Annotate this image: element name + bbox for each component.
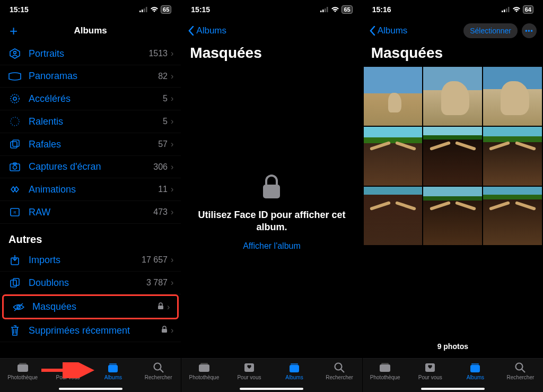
- photo-thumbnail[interactable]: [364, 187, 423, 246]
- back-label: Albums: [378, 25, 408, 36]
- tab-label: Rechercher: [507, 374, 535, 380]
- photo-thumbnail[interactable]: [423, 127, 482, 186]
- back-label: Albums: [196, 25, 226, 36]
- tab-library[interactable]: Photothèque: [181, 362, 226, 392]
- row-doublons[interactable]: Doublons 3 787 ›: [0, 272, 181, 294]
- status-time: 15:15: [191, 5, 210, 14]
- svg-rect-37: [263, 185, 280, 198]
- library-icon: [379, 362, 391, 373]
- svg-point-6: [11, 94, 19, 103]
- row-label: Rafales: [29, 139, 158, 150]
- tab-label: Photothèque: [7, 374, 38, 380]
- row-label: Ralentis: [29, 116, 163, 127]
- chevron-right-icon: ›: [171, 185, 173, 194]
- animation-icon: [7, 184, 22, 195]
- screenshot-icon: [7, 162, 22, 172]
- import-icon: [7, 254, 22, 266]
- photo-thumbnail[interactable]: [483, 127, 542, 186]
- row-count: 473: [153, 207, 168, 217]
- svg-rect-49: [380, 364, 390, 372]
- home-indicator[interactable]: [59, 388, 122, 390]
- tab-search[interactable]: Rechercher: [498, 362, 543, 392]
- svg-rect-1: [142, 10, 143, 12]
- signal-icon: [502, 7, 510, 12]
- lock-icon: [157, 302, 164, 312]
- row-panoramas[interactable]: Panoramas 82 ›: [0, 65, 181, 88]
- burst-icon: [7, 138, 22, 150]
- foryou-icon: [424, 362, 436, 373]
- svg-rect-47: [506, 8, 507, 12]
- chevron-right-icon: ›: [171, 207, 173, 217]
- add-button[interactable]: +: [6, 23, 21, 39]
- locked-message: Utilisez Face ID pour afficher cet album…: [194, 209, 349, 233]
- back-button[interactable]: Albums: [188, 25, 226, 36]
- row-portraits[interactable]: Portraits 1513 ›: [0, 42, 181, 65]
- svg-text:R: R: [13, 211, 16, 214]
- photo-thumbnail[interactable]: [364, 67, 423, 126]
- svg-point-5: [14, 51, 16, 54]
- row-label: Masquées: [32, 301, 157, 312]
- row-count: 306: [153, 162, 168, 172]
- wifi-icon: [512, 6, 521, 13]
- tab-label: Rechercher: [145, 374, 172, 380]
- battery-indicator: 65: [341, 5, 352, 14]
- chevron-right-icon: ›: [171, 72, 173, 81]
- show-album-link[interactable]: Afficher l'album: [243, 241, 301, 251]
- tab-bar: Photothèque Pour vous Albums Rechercher: [181, 358, 362, 392]
- more-button[interactable]: •••: [522, 23, 537, 38]
- trash-icon: [7, 325, 22, 336]
- row-acceleres[interactable]: Accélérés 5 ›: [0, 88, 181, 110]
- row-imports[interactable]: Imports 17 657 ›: [0, 249, 181, 272]
- svg-line-31: [160, 369, 163, 372]
- photo-thumbnail[interactable]: [423, 67, 482, 126]
- tab-search[interactable]: Rechercher: [136, 362, 181, 392]
- photo-thumbnail[interactable]: [364, 127, 423, 186]
- svg-rect-24: [162, 329, 167, 333]
- row-raw[interactable]: R RAW 473 ›: [0, 201, 181, 224]
- row-screenshots[interactable]: Captures d'écran 306 ›: [0, 156, 181, 178]
- photo-count: 9 photos: [363, 335, 543, 358]
- tab-label: Pour vous: [237, 374, 261, 380]
- svg-rect-42: [291, 363, 298, 365]
- svg-rect-21: [158, 306, 163, 309]
- page-title: Masquées: [363, 42, 543, 67]
- battery-indicator: 65: [161, 5, 171, 14]
- nav-bar: Albums: [181, 19, 362, 42]
- row-count: 1513: [148, 49, 168, 58]
- svg-rect-53: [471, 363, 479, 365]
- row-supprimees[interactable]: Supprimées récemment ›: [0, 319, 181, 342]
- photo-thumbnail[interactable]: [483, 67, 542, 126]
- tab-label: Photothèque: [370, 374, 400, 380]
- home-indicator[interactable]: [421, 388, 485, 390]
- svg-rect-9: [11, 142, 17, 148]
- battery-indicator: 64: [523, 5, 533, 14]
- tab-library[interactable]: Photothèque: [363, 362, 408, 392]
- photo-thumbnail[interactable]: [423, 187, 482, 246]
- back-button[interactable]: Albums: [369, 25, 408, 36]
- row-rafales[interactable]: Rafales 57 ›: [0, 133, 181, 156]
- foryou-icon: [243, 362, 255, 373]
- row-ralentis[interactable]: Ralentis 5 ›: [0, 110, 181, 133]
- tab-label: Pour vous: [56, 374, 80, 380]
- status-bar: 15:15 65: [0, 0, 181, 19]
- chevron-right-icon: ›: [171, 49, 173, 58]
- row-masquees[interactable]: Masquées ›: [2, 294, 179, 319]
- albums-icon: [107, 362, 119, 373]
- lock-icon: [161, 326, 168, 335]
- svg-rect-25: [17, 364, 28, 372]
- svg-rect-39: [200, 363, 208, 364]
- select-button[interactable]: Sélectionner: [463, 23, 518, 38]
- svg-rect-38: [199, 364, 209, 372]
- photo-grid-container[interactable]: [363, 67, 543, 335]
- svg-rect-33: [320, 11, 322, 12]
- chevron-right-icon: ›: [171, 255, 173, 265]
- home-indicator[interactable]: [240, 388, 303, 390]
- photo-thumbnail[interactable]: [483, 187, 542, 246]
- timelapse-icon: [7, 93, 22, 104]
- svg-point-12: [13, 165, 17, 169]
- nav-bar: Albums Sélectionner •••: [363, 19, 543, 42]
- album-list[interactable]: Portraits 1513 › Panoramas 82 › Accéléré…: [0, 42, 181, 358]
- row-animations[interactable]: Animations 11 ›: [0, 178, 181, 201]
- tab-library[interactable]: Photothèque: [0, 362, 45, 392]
- tab-search[interactable]: Rechercher: [317, 362, 362, 392]
